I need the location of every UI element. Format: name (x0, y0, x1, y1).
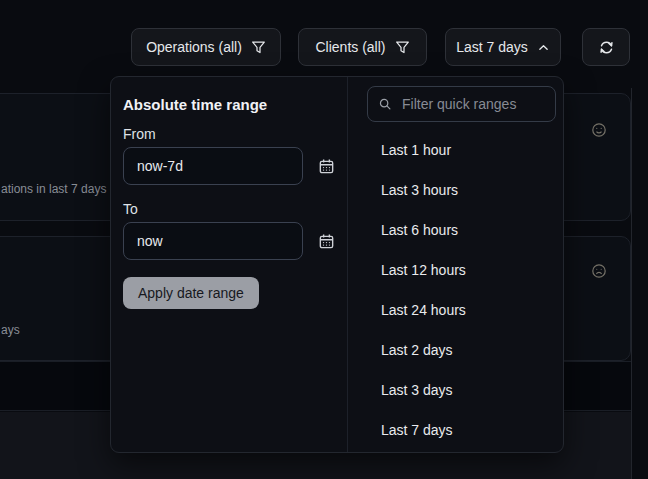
absolute-time-range-section: Absolute time range From (111, 77, 348, 452)
to-label: To (123, 201, 335, 217)
from-input-row (123, 147, 335, 185)
quick-ranges-list: Last 1 hour Last 3 hours Last 6 hours La… (348, 130, 556, 450)
from-label: From (123, 126, 335, 142)
quick-range-item[interactable]: Last 2 days (348, 330, 556, 370)
quick-range-item[interactable]: Last 3 hours (348, 170, 556, 210)
quick-range-search (367, 86, 556, 122)
time-range-dropdown-button[interactable]: Last 7 days (445, 28, 561, 66)
frown-face-icon (591, 263, 607, 279)
calendar-icon (318, 233, 335, 250)
quick-range-item[interactable]: Last 24 hours (348, 290, 556, 330)
funnel-icon (395, 40, 410, 55)
time-range-label: Last 7 days (456, 39, 528, 55)
background-vertical-border (631, 88, 632, 479)
smiley-face-icon (591, 122, 607, 138)
time-range-picker-panel: Absolute time range From (110, 76, 564, 453)
card-subtitle-fragment: ations in last 7 days (1, 182, 106, 196)
absolute-time-range-title: Absolute time range (123, 96, 335, 113)
quick-range-item[interactable]: Last 6 hours (348, 210, 556, 250)
quick-range-item[interactable]: Last 12 hours (348, 250, 556, 290)
quick-range-item[interactable]: Last 3 days (348, 370, 556, 410)
refresh-icon (598, 39, 615, 56)
refresh-button[interactable] (582, 28, 630, 66)
card-subtitle-fragment: ays (1, 323, 20, 337)
quick-range-item[interactable]: Last 1 hour (348, 130, 556, 170)
operations-filter-label: Operations (all) (146, 39, 242, 55)
from-calendar-button[interactable] (318, 158, 335, 175)
to-input-row (123, 222, 335, 260)
calendar-icon (318, 158, 335, 175)
funnel-icon (251, 40, 266, 55)
quick-ranges-section: Last 1 hour Last 3 hours Last 6 hours La… (348, 77, 564, 452)
search-icon (378, 97, 392, 111)
quick-range-item[interactable]: Last 7 days (348, 410, 556, 450)
operations-filter-button[interactable]: Operations (all) (131, 28, 281, 66)
chevron-up-icon (537, 41, 550, 54)
clients-filter-label: Clients (all) (315, 39, 385, 55)
to-calendar-button[interactable] (318, 233, 335, 250)
clients-filter-button[interactable]: Clients (all) (298, 28, 427, 66)
to-input[interactable] (123, 222, 303, 260)
quick-range-filter-input[interactable] (400, 95, 545, 113)
apply-date-range-button[interactable]: Apply date range (123, 277, 259, 309)
from-input[interactable] (123, 147, 303, 185)
